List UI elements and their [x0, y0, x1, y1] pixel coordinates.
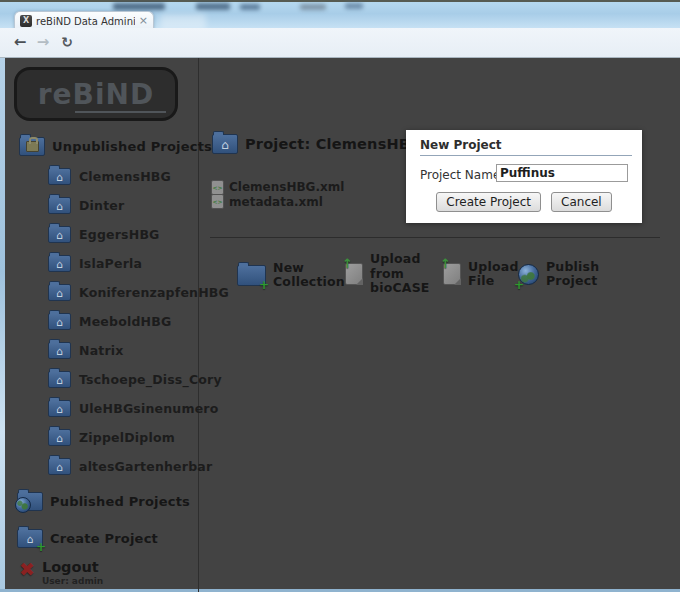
folder-add-icon: ⌂+ [17, 529, 43, 548]
project-title-row: ⌂ Project: ClemensHBG [212, 134, 422, 154]
folder-house-icon: ⌂ [48, 226, 71, 243]
project-name-label: altesGartenherbar [79, 459, 212, 474]
project-name-label: IslaPerla [79, 256, 142, 271]
folder-house-icon: ⌂ [48, 342, 71, 359]
content-divider [210, 237, 660, 238]
sidebar-project-item[interactable]: ⌂ ZippelDiplom [48, 423, 229, 452]
logout-x-icon: ✖ [19, 560, 35, 579]
blurred-background-artifact [113, 3, 165, 10]
folder-house-icon: ⌂ [48, 429, 71, 446]
project-name-label: EggersHBG [79, 227, 160, 242]
file-item[interactable]: <> metadata.xml [211, 195, 344, 210]
sidebar-project-item[interactable]: ⌂ UleHBGsinenumero [48, 394, 229, 423]
sidebar-project-item[interactable]: ⌂ ClemensHBG [48, 162, 229, 191]
tab-close-icon[interactable]: × [139, 16, 148, 26]
file-item[interactable]: <> ClemensHBG.xml [211, 180, 344, 195]
upload-page-icon: ↑ [443, 263, 461, 285]
folder-house-icon: ⌂ [48, 371, 71, 388]
unpublished-project-list: ⌂ ClemensHBG ⌂ Dinter ⌂ EggersHBG ⌂ Isla… [48, 162, 229, 481]
action-label: New Collection [273, 261, 345, 290]
rebind-logo-text: reBiND [38, 78, 154, 111]
file-name-label: ClemensHBG.xml [229, 180, 344, 194]
project-name-field-label: Project Name: [420, 168, 504, 182]
sidebar-item-logout[interactable]: ✖ Logout User: admin [19, 560, 103, 587]
upload-page-icon: ↑ [345, 263, 363, 285]
upload-from-biocase-button[interactable]: ↑ Upload from bioCASE [345, 246, 430, 302]
sidebar-header-label: Unpublished Projects [52, 139, 212, 154]
project-name-label: ZippelDiplom [79, 430, 175, 445]
favicon-icon: X [20, 15, 32, 27]
sidebar-project-item[interactable]: ⌂ altesGartenherbar [48, 452, 229, 481]
blurred-background-artifact [240, 4, 260, 10]
sidebar-project-item[interactable]: ⌂ KoniferenzapfenHBG [48, 278, 229, 307]
logout-label: Logout [42, 560, 103, 576]
sidebar-project-item[interactable]: ⌂ Tschoepe_Diss_Cory [48, 365, 229, 394]
project-name-label: KoniferenzapfenHBG [79, 285, 229, 300]
rebind-logo-underline [75, 111, 166, 113]
dialog-title: New Project [420, 138, 502, 152]
project-file-list: <> ClemensHBG.xml <> metadata.xml [211, 180, 344, 209]
upload-file-button[interactable]: ↑ Upload File [443, 252, 519, 296]
folder-house-icon: ⌂ [212, 134, 238, 154]
folder-house-icon: ⌂ [48, 197, 71, 214]
folder-house-icon: ⌂ [48, 313, 71, 330]
blurred-background-artifact [300, 4, 326, 10]
sidebar-header-label: Create Project [50, 531, 158, 546]
rebind-logo: reBiND [14, 67, 178, 121]
logged-in-user-label: User: admin [42, 577, 103, 587]
reload-button[interactable]: ↻ [57, 31, 77, 53]
project-name-label: Dinter [79, 198, 124, 213]
cancel-button[interactable]: Cancel [551, 192, 612, 212]
sidebar-item-published-projects[interactable]: Published Projects [17, 492, 190, 511]
action-label: Publish Project [546, 260, 599, 289]
folder-lock-icon [19, 137, 45, 156]
browser-window: X reBiND Data Administratic × ← → ↻ data… [0, 0, 680, 592]
dialog-button-row: Create Project Cancel [406, 192, 642, 212]
page-title: Project: ClemensHBG [245, 136, 422, 152]
sidebar-project-item[interactable]: ⌂ Dinter [48, 191, 229, 220]
project-name-label: ClemensHBG [79, 169, 171, 184]
sidebar-project-item[interactable]: ⌂ EggersHBG [48, 220, 229, 249]
folder-house-icon: ⌂ [48, 400, 71, 417]
folder-house-icon: ⌂ [48, 255, 71, 272]
sidebar-item-create-project[interactable]: ⌂+ Create Project [17, 529, 158, 548]
new-project-dialog: New Project Project Name: Create Project… [406, 130, 642, 223]
new-collection-button[interactable]: + New Collection [237, 255, 345, 295]
sidebar-header-label: Published Projects [50, 494, 190, 509]
project-name-label: Natrix [79, 343, 124, 358]
blurred-background-artifact [345, 3, 363, 9]
sidebar-project-item[interactable]: ⌂ IslaPerla [48, 249, 229, 278]
project-name-label: UleHBGsinenumero [79, 401, 219, 416]
sidebar-item-unpublished-projects[interactable]: Unpublished Projects [19, 137, 212, 156]
folder-house-icon: ⌂ [48, 458, 71, 475]
publish-project-button[interactable]: + Publish Project [518, 252, 599, 296]
forward-button[interactable]: → [33, 31, 53, 53]
folder-house-icon: ⌂ [48, 168, 71, 185]
xml-file-icon: <> [211, 194, 224, 209]
back-button[interactable]: ← [10, 31, 30, 53]
browser-titlebar: X reBiND Data Administratic × [0, 2, 680, 28]
folder-globe-icon [17, 492, 43, 511]
browser-toolbar: ← → ↻ data-rebind.bgbm.org/rebind/admin.… [0, 28, 680, 58]
blurred-background-artifact [196, 3, 230, 10]
project-name-label: Tschoepe_Diss_Cory [79, 372, 222, 387]
new-collection-folder-icon: + [237, 265, 266, 286]
sidebar-project-item[interactable]: ⌂ Natrix [48, 336, 229, 365]
create-project-button[interactable]: Create Project [436, 192, 541, 212]
xml-file-icon: <> [211, 180, 224, 195]
file-name-label: metadata.xml [229, 195, 323, 209]
project-name-input[interactable] [496, 164, 628, 182]
project-name-label: MeeboldHBG [79, 314, 171, 329]
window-left-border [0, 58, 5, 592]
publish-globe-icon: + [518, 264, 539, 285]
sidebar-project-item[interactable]: ⌂ MeeboldHBG [48, 307, 229, 336]
tab-title: reBiND Data Administratic [36, 16, 135, 27]
folder-house-icon: ⌂ [48, 284, 71, 301]
action-label: Upload File [468, 260, 519, 289]
action-label: Upload from bioCASE [370, 252, 430, 296]
dialog-title-rule [420, 155, 632, 156]
